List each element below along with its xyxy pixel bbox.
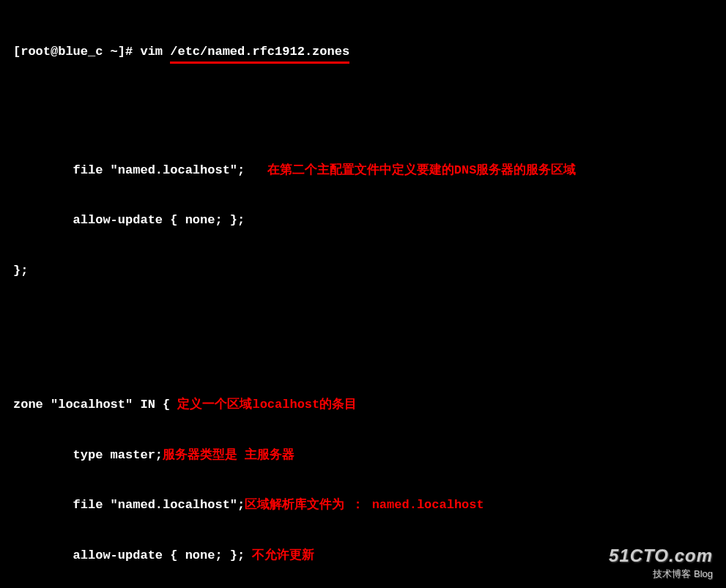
code-line: file "named.localhost"; 在第二个主配置文件中定义要建的D… — [13, 163, 713, 179]
vim-command: vim — [140, 44, 170, 61]
annotation: 在第二个主配置文件中定义要建的DNS服务器的服务区域 — [267, 163, 577, 177]
annotation: 定义一个区域localhost的条目 — [177, 398, 357, 412]
code-line: file "named.localhost";区域解析库文件为 ： named.… — [13, 497, 713, 514]
annotation: 不允许更新 — [252, 548, 314, 562]
file-path: /etc/named.rfc1912.zones — [170, 44, 349, 64]
command-prompt: [root@blue_c ~]# vim /etc/named.rfc1912.… — [13, 44, 713, 64]
zone-localhost: zone "localhost" IN { 定义一个区域localhost的条目 — [13, 397, 713, 414]
code-line: allow-update { none; }; 不允许更新 — [13, 548, 713, 565]
watermark-sub: 技术博客 Blog — [609, 567, 713, 581]
annotation: 区域解析库文件为 ： named.localhost — [245, 498, 484, 512]
watermark: 51CTO.com 技术博客 Blog — [609, 544, 713, 581]
annotation: 服务器类型是 主服务器 — [163, 448, 295, 462]
code-line: }; — [13, 263, 713, 280]
code-line: allow-update { none; }; — [13, 212, 713, 229]
code-line: type master;服务器类型是 主服务器 — [13, 447, 713, 464]
watermark-logo: 51CTO.com — [609, 544, 713, 567]
prompt-prefix: [root@blue_c ~]# — [13, 44, 140, 61]
terminal-output: [root@blue_c ~]# vim /etc/named.rfc1912.… — [13, 10, 713, 588]
